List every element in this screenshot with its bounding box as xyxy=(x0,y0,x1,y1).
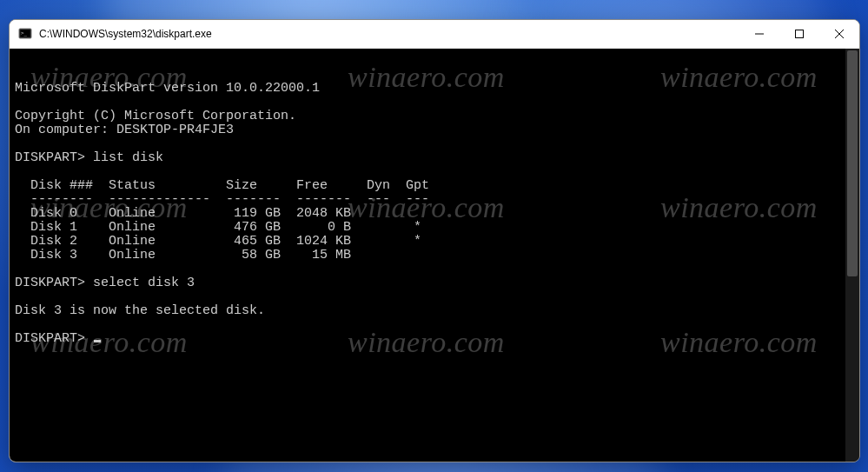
app-icon: >_ xyxy=(18,27,32,41)
close-button[interactable] xyxy=(819,20,859,48)
minimize-button[interactable] xyxy=(739,20,779,48)
maximize-button[interactable] xyxy=(779,20,819,48)
svg-rect-4 xyxy=(796,30,804,38)
window-title: C:\WINDOWS\system32\diskpart.exe xyxy=(39,28,739,40)
cursor xyxy=(94,340,101,342)
window-controls xyxy=(739,20,859,48)
diskpart-window: >_ C:\WINDOWS\system32\diskpart.exe Micr… xyxy=(9,19,860,462)
terminal-area[interactable]: Microsoft DiskPart version 10.0.22000.1 … xyxy=(10,49,859,462)
titlebar[interactable]: >_ C:\WINDOWS\system32\diskpart.exe xyxy=(10,20,859,49)
terminal-output: Microsoft DiskPart version 10.0.22000.1 … xyxy=(15,82,859,346)
svg-text:>_: >_ xyxy=(21,30,28,37)
